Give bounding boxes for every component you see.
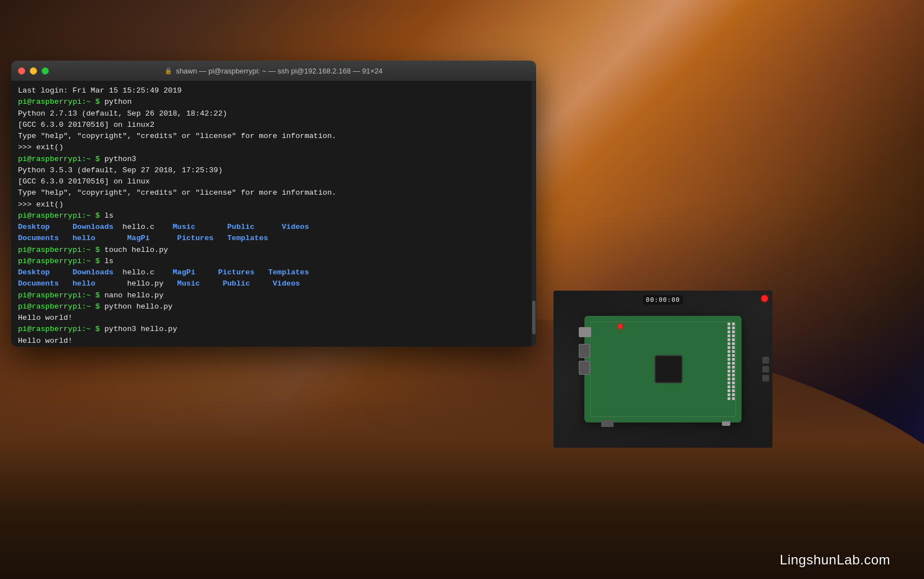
dir-entry: Videos [273,279,300,288]
gpio-pins [728,323,735,400]
terminal-line: Python 3.5.3 (default, Sep 27 2018, 17:2… [18,165,529,176]
prompt: pi@raspberrypi:~ $ [18,98,104,106]
dir-entry: Videos [282,223,309,231]
minimize-button[interactable] [30,67,37,75]
sd-card-slot [722,421,730,426]
dir-entry: Pictures [177,234,214,242]
terminal-line: pi@raspberrypi:~ $ ls [18,256,529,267]
terminal-line: Last login: Fri Mar 15 15:25:49 2019 [18,85,529,96]
dir-entry: hello [72,279,95,288]
terminal-title: 🔒 shawn — pi@raspberrypi: ~ — ssh pi@192… [164,67,382,75]
side-icon [762,357,769,364]
command: ls [104,257,113,265]
dir-entry: Desktop [18,268,50,277]
terminal-window: 🔒 shawn — pi@raspberrypi: ~ — ssh pi@192… [11,61,536,347]
dir-entry: hello [72,234,95,242]
traffic-lights [18,67,49,75]
prompt: pi@raspberrypi:~ $ [18,325,104,333]
terminal-line: Desktop Downloads hello.c Music Public V… [18,222,529,233]
prompt: pi@raspberrypi:~ $ [18,246,104,254]
command: nano hello.py [104,291,163,300]
dir-entry: Documents [18,234,59,242]
rpi-camera-panel: 00:00:00 [554,291,772,448]
scrollbar-thumb[interactable] [532,301,536,334]
dir-entry: Music [177,279,200,288]
file-entry: hello.c [122,268,154,277]
terminal-line: pi@raspberrypi:~ $ nano hello.py [18,290,529,301]
dir-entry: Pictures [218,268,255,277]
side-controls [762,357,769,382]
recording-indicator [761,295,768,302]
dir-entry: Templates [268,268,309,277]
maximize-button[interactable] [42,67,49,75]
terminal-line: Documents hello MagPi Pictures Templates [18,233,529,244]
command: python3 hello.py [104,325,177,333]
lock-icon: 🔒 [164,67,172,75]
terminal-line: pi@raspberrypi:~ $ ls [18,210,529,222]
terminal-line: pi@raspberrypi:~ $ python3 [18,154,529,165]
command: ls [104,212,113,220]
command: python hello.py [104,302,173,311]
rpi-board [584,316,742,422]
terminal-line: Hello world! [18,313,529,324]
terminal-line: Type "help", "copyright", "credits" or "… [18,187,529,199]
timecode: 00:00:00 [643,295,683,305]
dir-entry: Documents [18,279,59,288]
rec-dot [761,295,768,302]
rpi-panel-inner: 00:00:00 [554,291,772,448]
hdmi-port [601,420,614,427]
terminal-line: pi@raspberrypi:~ $ python3 hello.py [18,324,529,335]
file-entry: hello.c [122,223,154,231]
cpu-chip [655,355,683,383]
prompt: pi@raspberrypi:~ $ [18,291,104,300]
branding-text: LingshunLab.com [780,552,890,568]
terminal-line: [GCC 6.3.0 20170516] on linux [18,176,529,187]
dir-entry: MagPi [127,234,150,242]
terminal-line: >>> exit() [18,142,529,153]
side-icon [762,366,769,373]
terminal-line: pi@raspberrypi:~ $ touch hello.py [18,245,529,256]
dir-entry: Downloads [72,223,113,231]
terminal-line: [GCC 6.3.0 20170516] on linux2 [18,120,529,131]
terminal-line: Documents hello hello.py Music Public Vi… [18,278,529,290]
prompt: pi@raspberrypi:~ $ [18,212,104,220]
file-entry: hello.py [127,279,163,288]
usb-port [579,344,590,358]
dir-entry: Public [227,223,255,231]
command: python [104,98,132,106]
scrollbar[interactable] [532,81,536,347]
command: python3 [104,155,136,163]
terminal-line: Python 2.7.13 (default, Sep 26 2018, 18:… [18,108,529,120]
prompt: pi@raspberrypi:~ $ [18,257,104,265]
ethernet-port [579,327,591,337]
usb-ports [579,344,590,375]
close-button[interactable] [18,67,25,75]
side-icon [762,375,769,382]
terminal-line: Hello world! [18,336,529,347]
usb-port [579,361,590,375]
dir-entry: MagPi [172,268,195,277]
terminal-line: Type "help", "copyright", "credits" or "… [18,131,529,142]
dir-entry: Downloads [72,268,113,277]
terminal-line: pi@raspberrypi:~ $ python [18,96,529,108]
prompt: pi@raspberrypi:~ $ [18,155,104,163]
dir-entry: Public [223,279,250,288]
dir-entry: Templates [227,234,268,242]
terminal-body[interactable]: Last login: Fri Mar 15 15:25:49 2019 pi@… [11,81,536,347]
dir-entry: Desktop [18,223,50,231]
led-indicator [618,324,623,329]
dir-entry: Music [172,223,195,231]
terminal-line: >>> exit() [18,199,529,210]
prompt: pi@raspberrypi:~ $ [18,302,104,311]
terminal-titlebar: 🔒 shawn — pi@raspberrypi: ~ — ssh pi@192… [11,61,536,81]
terminal-line: pi@raspberrypi:~ $ python hello.py [18,301,529,313]
terminal-line: Desktop Downloads hello.c MagPi Pictures… [18,267,529,278]
command: touch hello.py [104,246,168,254]
